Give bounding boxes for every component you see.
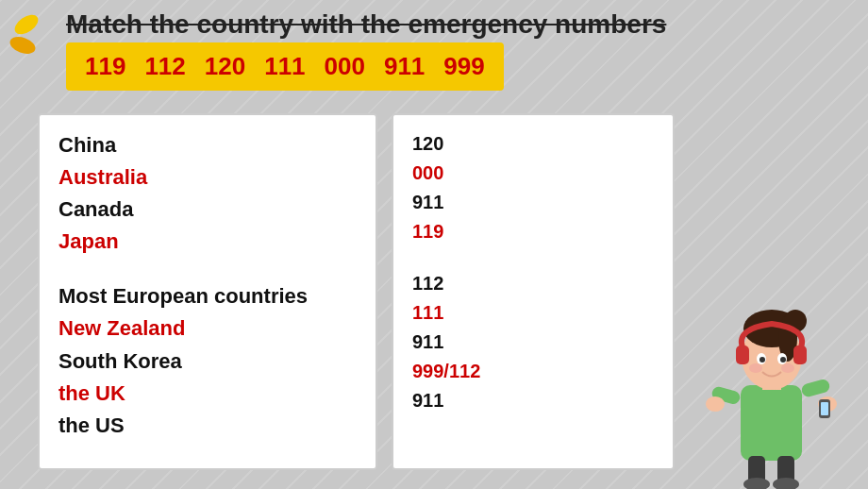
- right-card: 120000911119112111911999/112911: [392, 113, 675, 470]
- page-title: Match the country with the emergency num…: [66, 9, 859, 40]
- country-item: the US: [58, 410, 357, 442]
- svg-rect-2: [741, 385, 802, 461]
- country-item: the UK: [58, 378, 357, 410]
- svg-point-25: [773, 478, 799, 489]
- country-divider: [58, 258, 357, 280]
- answer-divider: [412, 246, 654, 269]
- svg-point-11: [780, 357, 786, 363]
- answer-item: 911: [412, 328, 654, 357]
- answer-item: 911: [412, 386, 654, 415]
- country-item: Japan: [58, 226, 357, 258]
- number-bar-item: 112: [144, 52, 185, 81]
- answer-item: 119: [412, 217, 654, 246]
- answer-item: 120: [412, 129, 654, 159]
- number-bar-item: 119: [85, 52, 125, 81]
- country-item: Australia: [58, 161, 357, 194]
- number-bar-item: 000: [325, 52, 365, 81]
- country-item: New Zealand: [58, 312, 357, 345]
- answer-item: 911: [412, 188, 654, 217]
- svg-point-18: [706, 396, 725, 412]
- svg-point-12: [749, 363, 762, 373]
- svg-point-24: [743, 478, 770, 489]
- svg-rect-17: [800, 378, 831, 397]
- country-item: Most European countries: [58, 280, 357, 312]
- svg-point-1: [8, 34, 38, 58]
- numbers-bar: 119112120111000911999: [66, 42, 504, 91]
- page-wrapper: Match the country with the emergency num…: [0, 0, 868, 489]
- svg-rect-14: [736, 346, 749, 364]
- number-bar-item: 911: [384, 52, 425, 81]
- answer-item: 000: [412, 159, 654, 188]
- svg-point-13: [781, 363, 794, 373]
- country-item: China: [58, 129, 357, 161]
- svg-rect-15: [793, 346, 807, 364]
- title-area: Match the country with the emergency num…: [66, 9, 859, 40]
- logo: [8, 8, 64, 64]
- character-illustration: [684, 281, 859, 489]
- svg-rect-21: [821, 402, 828, 415]
- svg-point-0: [11, 10, 42, 38]
- country-item: Canada: [58, 194, 357, 226]
- number-bar-item: 999: [443, 52, 484, 81]
- answer-item: 111: [412, 298, 654, 328]
- svg-point-10: [760, 357, 765, 363]
- answer-item: 112: [412, 269, 654, 298]
- left-card: ChinaAustraliaCanadaJapanMost European c…: [38, 113, 377, 470]
- country-item: South Korea: [58, 346, 357, 378]
- answer-item: 999/112: [412, 357, 654, 386]
- number-bar-item: 120: [205, 52, 245, 81]
- number-bar-item: 111: [264, 52, 305, 81]
